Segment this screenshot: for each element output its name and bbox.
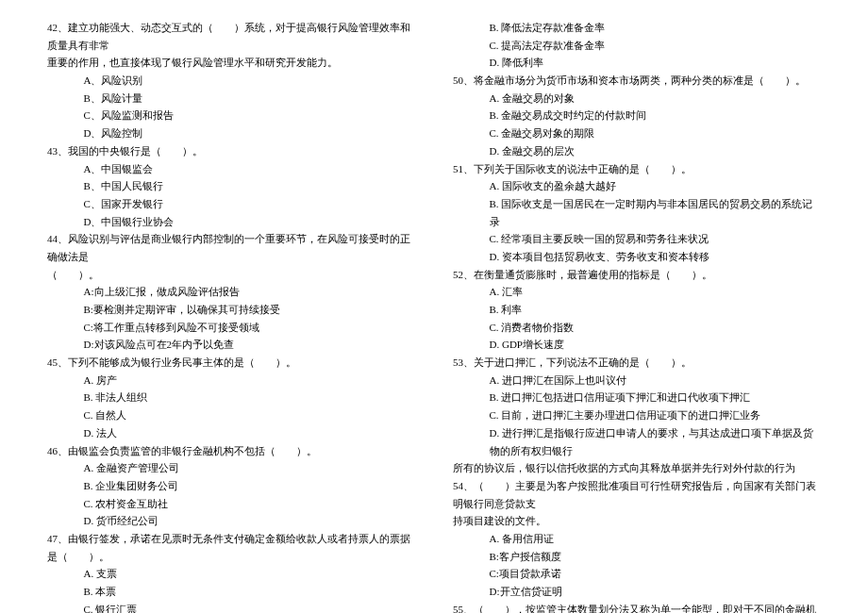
option-c: C. 金融交易对象的期限 — [490, 124, 822, 142]
option-c: C. 消费者物价指数 — [490, 319, 822, 337]
options-45: A. 房产 B. 非法人组织 C. 自然人 D. 法人 — [47, 372, 415, 442]
options-50: A. 金融交易的对象 B. 金融交易成交时约定的付款时间 C. 金融交易对象的期… — [453, 90, 821, 160]
option-d: D. 金融交易的层次 — [490, 142, 822, 160]
question-text: 55、（ ），按监管主体数量划分法又称为单一全能型，即对于不同的金融机构和金融业… — [453, 601, 821, 613]
option-d: D. GDP增长速度 — [490, 336, 822, 354]
option-d: D、风险控制 — [84, 124, 416, 142]
options-49-cont: B. 降低法定存款准备金率 C. 提高法定存款准备金率 D. 降低利率 — [453, 19, 821, 72]
options-47: A. 支票 B. 本票 C. 银行汇票 D. 商业汇票 — [47, 565, 415, 613]
question-text: 45、下列不能够成为银行业务民事主体的是（ ）。 — [47, 354, 415, 372]
question-text: 51、下列关于国际收支的说法中正确的是（ ）。 — [453, 160, 821, 178]
question-text: 53、关于进口押汇，下列说法不正确的是（ ）。 — [453, 354, 821, 372]
question-55: 55、（ ），按监管主体数量划分法又称为单一全能型，即对于不同的金融机构和金融业… — [453, 601, 821, 613]
option-d: D、中国银行业协会 — [84, 213, 416, 231]
question-text: 50、将金融市场分为货币市场和资本市场两类，两种分类的标准是（ ）。 — [453, 72, 821, 90]
options-43: A、中国银监会 B、中国人民银行 C、国家开发银行 D、中国银行业协会 — [47, 160, 415, 231]
question-46: 46、由银监会负责监管的非银行金融机构不包括（ ）。 A. 金融资产管理公司 B… — [47, 442, 415, 530]
option-c: C:将工作重点转移到风险不可接受领域 — [84, 319, 416, 337]
option-b: B:客户授信额度 — [490, 548, 822, 566]
option-c: C. 农村资金互助社 — [84, 495, 416, 513]
options-53: A. 进口押汇在国际上也叫议付 B. 进口押汇包括进口信用证项下押汇和进口代收项… — [453, 372, 821, 459]
right-column: B. 降低法定存款准备金率 C. 提高法定存款准备金率 D. 降低利率 50、将… — [453, 19, 821, 613]
question-53: 53、关于进口押汇，下列说法不正确的是（ ）。 A. 进口押汇在国际上也叫议付 … — [453, 354, 821, 477]
option-b: B. 本票 — [84, 583, 416, 601]
question-45: 45、下列不能够成为银行业务民事主体的是（ ）。 A. 房产 B. 非法人组织 … — [47, 354, 415, 441]
page-container: 42、建立功能强大、动态交互式的（ ）系统，对于提高银行风险管理效率和质量具有非… — [47, 19, 821, 613]
question-47: 47、由银行签发，承诺在见票时无条件支付确定金额给收款人或者持票人的票据是（ ）… — [47, 530, 415, 613]
option-b: B. 降低法定存款准备金率 — [490, 19, 822, 37]
option-a: A、风险识别 — [84, 72, 416, 90]
option-c: C. 目前，进口押汇主要办理进口信用证项下的进口押汇业务 — [490, 406, 822, 424]
question-text-cont: 持项目建设的文件。 — [453, 512, 821, 530]
question-text: 42、建立功能强大、动态交互式的（ ）系统，对于提高银行风险管理效率和质量具有非… — [47, 19, 415, 54]
option-b: B、中国人民银行 — [84, 177, 416, 195]
option-a: A. 金融资产管理公司 — [84, 459, 416, 477]
option-b: B. 利率 — [490, 301, 822, 319]
options-54: A. 备用信用证 B:客户授信额度 C:项目贷款承诺 D:开立信贷证明 — [453, 530, 821, 601]
option-a: A:向上级汇报，做成风险评估报告 — [84, 283, 416, 301]
option-a: A. 金融交易的对象 — [490, 90, 822, 108]
option-d-line2: 所有的协议后，银行以信托收据的方式向其释放单据并先行对外付款的行为 — [453, 459, 821, 477]
options-52: A. 汇率 B. 利率 C. 消费者物价指数 D. GDP增长速度 — [453, 283, 821, 354]
question-50: 50、将金融市场分为货币市场和资本市场两类，两种分类的标准是（ ）。 A. 金融… — [453, 72, 821, 159]
options-51: A. 国际收支的盈余越大越好 B. 国际收支是一国居民在一定时期内与非本国居民的… — [453, 177, 821, 265]
question-51: 51、下列关于国际收支的说法中正确的是（ ）。 A. 国际收支的盈余越大越好 B… — [453, 160, 821, 266]
option-c: C. 提高法定存款准备金率 — [490, 37, 822, 55]
option-c: C:项目贷款承诺 — [490, 565, 822, 583]
option-b: B. 金融交易成交时约定的付款时间 — [490, 107, 822, 124]
option-b: B. 非法人组织 — [84, 389, 416, 406]
option-c: C. 经常项目主要反映一国的贸易和劳务往来状况 — [490, 230, 822, 248]
option-c: C. 银行汇票 — [84, 601, 416, 613]
option-d: D. 资本项目包括贸易收支、劳务收支和资本转移 — [490, 248, 822, 266]
option-a: A. 汇率 — [490, 283, 822, 301]
question-text: 46、由银监会负责监管的非银行金融机构不包括（ ）。 — [47, 442, 415, 460]
option-d: D. 货币经纪公司 — [84, 512, 416, 530]
option-c: C、国家开发银行 — [84, 195, 416, 213]
option-a: A. 备用信用证 — [490, 530, 822, 548]
question-text-cont: （ ）。 — [47, 266, 415, 284]
question-text: 44、风险识别与评估是商业银行内部控制的一个重要环节，在风险可接受时的正确做法是 — [47, 230, 415, 265]
option-a: A. 支票 — [84, 565, 416, 583]
options-44: A:向上级汇报，做成风险评估报告 B:要检测并定期评审，以确保其可持续接受 C:… — [47, 283, 415, 354]
question-44: 44、风险识别与评估是商业银行内部控制的一个重要环节，在风险可接受时的正确做法是… — [47, 230, 415, 354]
option-a: A. 房产 — [84, 372, 416, 389]
option-a: A. 进口押汇在国际上也叫议付 — [490, 372, 822, 389]
question-text: 52、在衡量通货膨胀时，最普遍使用的指标是（ ）。 — [453, 266, 821, 284]
option-a: A. 国际收支的盈余越大越好 — [490, 177, 822, 195]
option-b: B、风险计量 — [84, 90, 416, 108]
question-54: 54、（ ）主要是为客户按照批准项目可行性研究报告后，向国家有关部门表明银行同意… — [453, 477, 821, 601]
option-d: D:对该风险点可在2年内予以免查 — [84, 336, 416, 354]
option-b: B:要检测并定期评审，以确保其可持续接受 — [84, 301, 416, 319]
question-42: 42、建立功能强大、动态交互式的（ ）系统，对于提高银行风险管理效率和质量具有非… — [47, 19, 415, 142]
option-d: D. 法人 — [84, 424, 416, 442]
option-b: B. 国际收支是一国居民在一定时期内与非本国居民的贸易交易的系统记录 — [490, 195, 822, 230]
question-text-cont: 重要的作用，也直接体现了银行风险管理水平和研究开发能力。 — [47, 54, 415, 72]
question-52: 52、在衡量通货膨胀时，最普遍使用的指标是（ ）。 A. 汇率 B. 利率 C.… — [453, 266, 821, 354]
options-42: A、风险识别 B、风险计量 C、风险监测和报告 D、风险控制 — [47, 72, 415, 142]
question-text: 54、（ ）主要是为客户按照批准项目可行性研究报告后，向国家有关部门表明银行同意… — [453, 477, 821, 512]
option-d: D. 降低利率 — [490, 54, 822, 72]
question-43: 43、我国的中央银行是（ ）。 A、中国银监会 B、中国人民银行 C、国家开发银… — [47, 142, 415, 230]
question-text: 43、我国的中央银行是（ ）。 — [47, 142, 415, 160]
option-d: D:开立信贷证明 — [490, 583, 822, 601]
option-b: B. 企业集团财务公司 — [84, 477, 416, 495]
options-46: A. 金融资产管理公司 B. 企业集团财务公司 C. 农村资金互助社 D. 货币… — [47, 459, 415, 530]
option-d-line1: D. 进行押汇是指银行应进口申请人的要求，与其达成进口项下单据及货物的所有权归银… — [490, 424, 822, 459]
option-c: C、风险监测和报告 — [84, 107, 416, 124]
question-text: 47、由银行签发，承诺在见票时无条件支付确定金额给收款人或者持票人的票据是（ ）… — [47, 530, 415, 565]
option-c: C. 自然人 — [84, 406, 416, 424]
left-column: 42、建立功能强大、动态交互式的（ ）系统，对于提高银行风险管理效率和质量具有非… — [47, 19, 415, 613]
option-a: A、中国银监会 — [84, 160, 416, 178]
option-b: B. 进口押汇包括进口信用证项下押汇和进口代收项下押汇 — [490, 389, 822, 406]
